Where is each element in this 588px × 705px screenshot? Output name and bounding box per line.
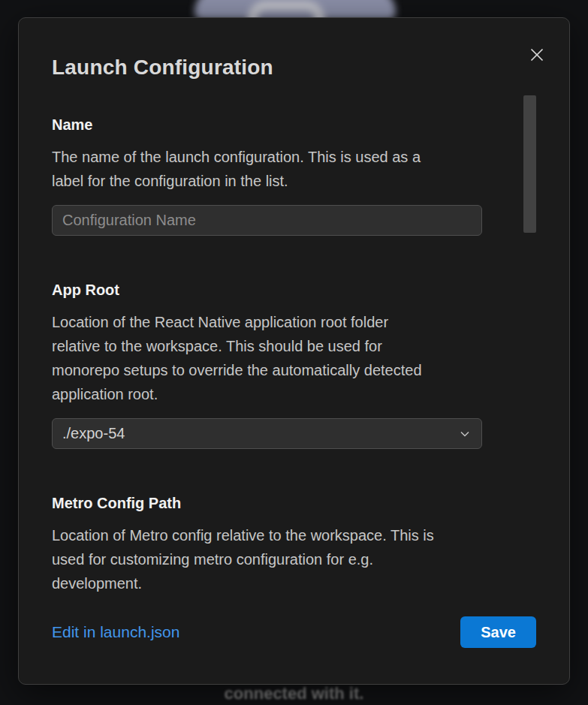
app-root-selected-value: ./expo-54 bbox=[62, 425, 125, 442]
background-blurred-text: connected with it. bbox=[0, 684, 588, 703]
metro-config-heading: Metro Config Path bbox=[52, 495, 482, 511]
section-name: Name The name of the launch configuratio… bbox=[52, 116, 482, 236]
app-root-heading: App Root bbox=[52, 282, 482, 298]
section-app-root: App Root Location of the React Native ap… bbox=[52, 282, 482, 449]
close-button[interactable] bbox=[527, 45, 547, 65]
close-icon bbox=[529, 47, 544, 62]
name-heading: Name bbox=[52, 116, 482, 133]
modal-footer: Edit in launch.json Save bbox=[52, 616, 536, 648]
save-button[interactable]: Save bbox=[460, 616, 536, 648]
edit-launch-json-link[interactable]: Edit in launch.json bbox=[52, 623, 179, 641]
metro-config-description: Location of Metro config relative to the… bbox=[52, 523, 482, 595]
modal-title: Launch Configuration bbox=[52, 56, 273, 80]
chevron-down-icon bbox=[458, 427, 472, 441]
launch-configuration-modal: Launch Configuration Name The name of th… bbox=[18, 17, 570, 685]
section-metro-config-path: Metro Config Path Location of Metro conf… bbox=[52, 495, 482, 595]
configuration-name-input[interactable] bbox=[52, 205, 482, 236]
scrollbar-thumb[interactable] bbox=[523, 95, 536, 233]
app-root-description: Location of the React Native application… bbox=[52, 310, 482, 406]
modal-content: Name The name of the launch configuratio… bbox=[52, 116, 482, 641]
name-description: The name of the launch configuration. Th… bbox=[52, 145, 482, 193]
app-root-select[interactable]: ./expo-54 bbox=[52, 418, 482, 449]
